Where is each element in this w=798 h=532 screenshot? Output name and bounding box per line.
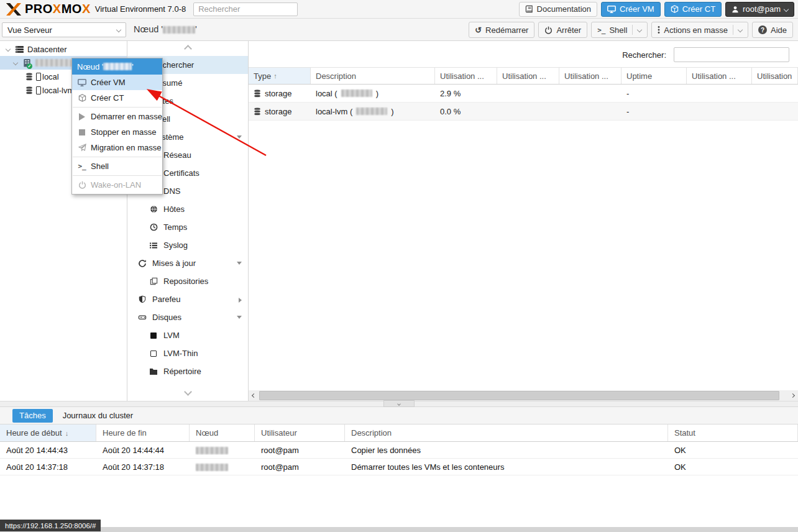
storage-frame-icon [36, 86, 41, 94]
task-row[interactable]: Août 20 14:44:43 Août 20 14:44:44 root@p… [0, 442, 798, 459]
menu-item-stopper-en-masse[interactable]: Stopper en masse [72, 124, 162, 140]
create-ct-button[interactable]: Créer CT [664, 2, 722, 17]
menu-item-migration-en-masse[interactable]: Migration en masse [72, 140, 162, 155]
nav-scroll-up[interactable] [127, 41, 248, 56]
column-type[interactable]: Type↑ [249, 68, 311, 84]
bottom-strip [0, 527, 798, 532]
proxmox-logo-icon [4, 2, 22, 17]
online-check-icon: ✓ [27, 63, 32, 69]
toolbar-actions: ↺ Redémarrer Arrêter >_ Shell Actions en… [469, 22, 793, 38]
shield-icon [137, 295, 147, 303]
question-icon: ? [758, 25, 767, 34]
chevron-down-icon [116, 27, 121, 32]
scroll-left-button[interactable] [249, 390, 259, 401]
tab-journaux-cluster[interactable]: Journaux du cluster [63, 411, 133, 420]
storage-frame-icon [36, 73, 41, 81]
book-icon [525, 5, 533, 13]
documentation-button[interactable]: Documentation [519, 2, 597, 17]
table-row[interactable]: storage local-lvm () 0.0 % - [249, 103, 798, 121]
nav-item-hotes[interactable]: Hôtes [127, 200, 248, 218]
create-vm-button[interactable]: Créer VM [601, 2, 661, 17]
collapse-arrow-icon[interactable] [237, 262, 242, 265]
collapse-panel-handle[interactable] [383, 400, 415, 407]
terminal-icon: >_ [597, 26, 605, 34]
nav-item-lvm[interactable]: LVM [127, 326, 248, 344]
scrollbar-thumb[interactable] [259, 391, 779, 400]
monitor-icon [76, 75, 88, 90]
nav-item-lvm-thin[interactable]: LVM-Thin [127, 344, 248, 362]
column-noeud[interactable]: Nœud [190, 424, 255, 441]
top-bar: PROXMOX Virtual Environment 7.0-8 Docume… [0, 0, 798, 19]
redacted-node-name [341, 89, 372, 97]
column-heure-fin[interactable]: Heure de fin [96, 424, 190, 441]
chevron-down-icon [784, 6, 789, 11]
nav-item-temps[interactable]: Temps [127, 218, 248, 236]
sort-desc-icon: ↓ [65, 429, 69, 437]
nav-item-repositories[interactable]: Repositories [127, 272, 248, 290]
column-description[interactable]: Description [311, 68, 435, 84]
task-row[interactable]: Août 20 14:37:18 Août 20 14:37:18 root@p… [0, 459, 798, 475]
menu-item-shell[interactable]: >_ Shell [72, 158, 162, 174]
globe-icon [149, 205, 158, 213]
terminal-icon: >_ [76, 158, 88, 174]
cube-icon [76, 90, 88, 106]
chevron-down-icon[interactable] [2, 47, 14, 51]
node-icon: ✓ [21, 58, 32, 68]
context-menu-title: Nœud '' [72, 58, 162, 75]
folder-icon [149, 368, 158, 375]
nav-item-mises-a-jour[interactable]: Mises à jour [127, 254, 248, 272]
status-badge: OK [668, 446, 798, 455]
collapse-arrow-icon[interactable] [237, 135, 242, 139]
view-selector[interactable]: Vue Serveur [2, 22, 126, 37]
column-utilisation-4[interactable]: Utilisation ... [687, 68, 752, 84]
restart-button[interactable]: ↺ Redémarrer [469, 22, 534, 38]
menu-item-wake-on-lan[interactable]: Wake-on-LAN [72, 177, 162, 193]
collapse-arrow-icon[interactable] [237, 316, 242, 319]
tab-taches[interactable]: Tâches [12, 409, 53, 423]
column-utilisateur[interactable]: Utilisateur [255, 424, 345, 441]
square-outline-icon [149, 351, 158, 357]
user-menu-button[interactable]: root@pam [725, 2, 794, 17]
redacted-node-name [196, 464, 228, 471]
global-search-input[interactable] [193, 2, 298, 16]
node-context-menu: Nœud '' Créer VM Créer CT Démarrer en ma… [71, 58, 163, 195]
horizontal-scrollbar[interactable] [249, 390, 798, 401]
shutdown-button[interactable]: Arrêter [538, 22, 587, 38]
expand-arrow-icon[interactable] [239, 298, 242, 303]
nav-scroll-down[interactable] [127, 384, 248, 399]
node-toolbar: Vue Serveur Nœud '' ↺ Redémarrer Arrêter… [0, 19, 798, 41]
redacted-node-name [356, 108, 387, 115]
menu-item-creer-vm[interactable]: Créer VM [72, 75, 162, 90]
nav-item-syslog[interactable]: Syslog [127, 236, 248, 254]
tree-item-datacenter[interactable]: Datacenter [0, 42, 127, 56]
table-row[interactable]: storage local () 2.9 % - [249, 85, 798, 103]
column-heure-debut[interactable]: Heure de début↓ [0, 424, 96, 441]
column-utilisation-2[interactable]: Utilisation ... [497, 68, 559, 84]
column-statut[interactable]: Statut [668, 424, 798, 441]
help-button[interactable]: ? Aide [752, 22, 793, 38]
column-description[interactable]: Description [345, 424, 668, 441]
scroll-right-button[interactable] [787, 390, 798, 401]
square-filled-icon [149, 332, 158, 339]
nav-item-repertoire[interactable]: Répertoire [127, 362, 248, 380]
nav-item-parefeu[interactable]: Parefeu [127, 290, 248, 308]
power-icon [544, 26, 553, 34]
panel-splitter[interactable] [0, 401, 798, 407]
restart-icon: ↺ [475, 25, 482, 35]
column-utilisation-3[interactable]: Utilisation ... [559, 68, 621, 84]
table-search-input[interactable] [674, 47, 789, 62]
column-uptime[interactable]: Uptime [621, 68, 687, 84]
chevron-down-icon[interactable] [738, 27, 743, 32]
column-utilisation-1[interactable]: Utilisation ... [435, 68, 497, 84]
nav-item-disques[interactable]: Disques [127, 308, 248, 326]
chevron-down-icon[interactable] [637, 27, 642, 32]
chevron-down-icon[interactable] [10, 61, 21, 65]
column-utilisation-5[interactable]: Utilisation [752, 68, 798, 84]
menu-item-demarrer-en-masse[interactable]: Démarrer en masse [72, 109, 162, 124]
redacted-node-name [163, 26, 195, 34]
menu-item-creer-ct[interactable]: Créer CT [72, 90, 162, 106]
user-icon [732, 6, 739, 13]
shell-button[interactable]: >_ Shell [591, 22, 648, 38]
bulk-actions-button[interactable]: Actions en masse [651, 22, 748, 38]
table-search-label: Rechercher: [622, 50, 666, 60]
